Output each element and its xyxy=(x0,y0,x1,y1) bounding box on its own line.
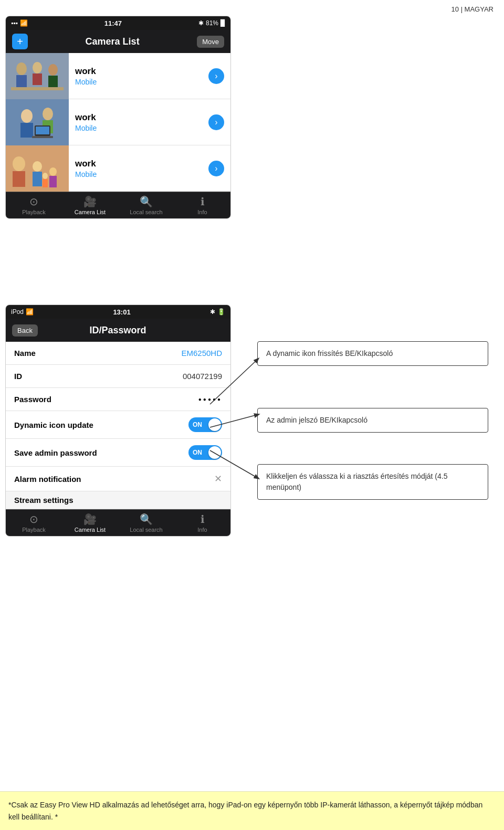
bluetooth-icon: ✱ xyxy=(198,19,204,27)
playback-icon-2: ⊙ xyxy=(29,513,38,526)
camera-info: work Mobile xyxy=(69,62,208,90)
tab-playback-label: Playback xyxy=(22,209,46,215)
status-left-2: iPod 📶 xyxy=(11,308,34,316)
back-button[interactable]: Back xyxy=(12,324,38,337)
svg-rect-10 xyxy=(20,123,33,138)
nav-title-1: Camera List xyxy=(86,36,140,47)
toggle-label-admin: ON xyxy=(193,449,202,456)
callout-dynamic-icon-text: A dynamic ikon frissítés BE/KIkapcsoló xyxy=(266,349,393,358)
svg-point-11 xyxy=(43,108,53,120)
svg-point-9 xyxy=(21,109,33,123)
svg-rect-14 xyxy=(36,127,49,134)
bottom-note-text: *Csak az Easy Pro View HD alkalmazás ad … xyxy=(8,801,482,821)
tab-camera-list-2[interactable]: 🎥 Camera List xyxy=(62,510,118,536)
tab-local-search-label: Local search xyxy=(130,209,162,215)
form-section-stream: Stream settings xyxy=(6,491,230,509)
svg-rect-15 xyxy=(32,136,53,138)
camera-name: work xyxy=(75,66,202,77)
nav-bar-2: Back ID/Password xyxy=(6,319,230,342)
svg-point-1 xyxy=(16,62,27,75)
field-label-dynamic-icon: Dynamic icon update xyxy=(14,421,93,429)
camera-type: Mobile xyxy=(75,124,202,132)
svg-rect-6 xyxy=(48,76,58,87)
camera-info: work Mobile xyxy=(69,154,208,183)
field-label-name: Name xyxy=(14,349,36,358)
form-item-password[interactable]: Password ●●●●● xyxy=(6,388,230,411)
camera-info: work Mobile xyxy=(69,108,208,136)
field-label-id: ID xyxy=(14,372,22,381)
tab-camera-list-label: Camera List xyxy=(75,209,106,215)
form-item-alarm[interactable]: Alarm notification ✕ xyxy=(6,467,230,491)
tab-playback[interactable]: ⊙ Playback xyxy=(6,192,62,218)
screenshot-id-password: iPod 📶 13:01 ✱ 🔋 Back ID/Password Name E… xyxy=(5,304,231,537)
camera-detail-arrow[interactable]: › xyxy=(208,68,224,84)
tab-local-search[interactable]: 🔍 Local search xyxy=(118,192,174,218)
callout-admin-password-text: Az admin jelszó BE/KIkapcsoló xyxy=(266,416,368,424)
tab-camera-list[interactable]: 🎥 Camera List xyxy=(62,192,118,218)
chevron-icon: ✕ xyxy=(214,473,222,485)
device-name: iPod xyxy=(11,308,24,316)
tab-info-label-2: Info xyxy=(197,527,207,533)
svg-rect-2 xyxy=(16,75,27,88)
local-search-icon-2: 🔍 xyxy=(140,513,153,526)
wifi-icon: 📶 xyxy=(20,19,28,27)
camera-thumbnail xyxy=(6,99,69,145)
field-value-name: EM6250HD xyxy=(181,349,222,358)
status-bar-1: ▪▪▪ 📶 11:47 ✱ 81% ▉ xyxy=(6,16,230,30)
status-right: ✱ 81% ▉ xyxy=(198,19,225,27)
form-item-dynamic-icon: Dynamic icon update ON xyxy=(6,411,230,439)
camera-thumbnail xyxy=(6,53,69,99)
camera-item[interactable]: work Mobile › xyxy=(6,53,230,99)
tab-playback-label-2: Playback xyxy=(22,527,46,533)
add-camera-button[interactable]: + xyxy=(12,34,28,49)
svg-point-3 xyxy=(33,62,42,73)
svg-rect-8 xyxy=(6,99,69,145)
signal-icon: ▪▪▪ xyxy=(11,19,18,27)
camera-thumbnail xyxy=(6,145,69,192)
bluetooth-icon-2: ✱ xyxy=(210,308,215,316)
svg-rect-20 xyxy=(33,172,42,186)
callout-alarm-notification: Klikkeljen és válassza ki a riasztás ért… xyxy=(257,464,488,500)
status-time: 11:47 xyxy=(104,19,122,27)
callout-admin-password: Az admin jelszó BE/KIkapcsoló xyxy=(257,408,488,433)
camera-item[interactable]: work Mobile › xyxy=(6,99,230,145)
camera-detail-arrow[interactable]: › xyxy=(208,161,224,176)
camera-detail-arrow[interactable]: › xyxy=(208,114,224,130)
camera-type: Mobile xyxy=(75,170,202,178)
svg-rect-24 xyxy=(43,179,48,187)
wifi-icon-2: 📶 xyxy=(26,308,34,316)
page-number: 10 | MAGYAR xyxy=(452,5,494,13)
callout-alarm-notification-text: Klikkeljen és válassza ki a riasztás ért… xyxy=(266,472,447,491)
field-label-alarm: Alarm notification xyxy=(14,475,81,484)
save-admin-toggle[interactable]: ON xyxy=(188,445,222,460)
svg-point-5 xyxy=(48,64,58,76)
dynamic-icon-toggle[interactable]: ON xyxy=(188,417,222,432)
move-button[interactable]: Move xyxy=(197,36,224,48)
camera-type: Mobile xyxy=(75,78,202,86)
tab-info[interactable]: ℹ Info xyxy=(174,192,230,218)
local-search-icon: 🔍 xyxy=(140,195,153,208)
tab-info-2[interactable]: ℹ Info xyxy=(174,510,230,536)
info-icon: ℹ xyxy=(201,195,205,208)
battery-icon: ▉ xyxy=(220,19,225,27)
form-list: Name EM6250HD ID 004072199 Password ●●●●… xyxy=(6,342,230,509)
tab-playback-2[interactable]: ⊙ Playback xyxy=(6,510,62,536)
callout-dynamic-icon: A dynamic ikon frissítés BE/KIkapcsoló xyxy=(257,341,488,366)
svg-rect-4 xyxy=(33,73,42,85)
form-item-save-admin: Save admin password ON xyxy=(6,439,230,467)
camera-item[interactable]: work Mobile › xyxy=(6,145,230,192)
field-label-password: Password xyxy=(14,395,51,404)
field-value-password: ●●●●● xyxy=(198,396,222,402)
svg-rect-22 xyxy=(49,176,57,187)
camera-list-icon: 🎥 xyxy=(83,195,97,208)
form-item-name: Name EM6250HD xyxy=(6,342,230,365)
info-icon-2: ℹ xyxy=(201,513,205,526)
camera-list-icon-2: 🎥 xyxy=(83,513,97,526)
camera-name: work xyxy=(75,159,202,169)
status-bar-2: iPod 📶 13:01 ✱ 🔋 xyxy=(6,305,230,319)
camera-list: work Mobile › xyxy=(6,53,230,192)
svg-point-19 xyxy=(33,161,42,172)
field-value-id: 004072199 xyxy=(183,372,222,381)
tab-local-search-2[interactable]: 🔍 Local search xyxy=(118,510,174,536)
status-left: ▪▪▪ 📶 xyxy=(11,19,28,27)
